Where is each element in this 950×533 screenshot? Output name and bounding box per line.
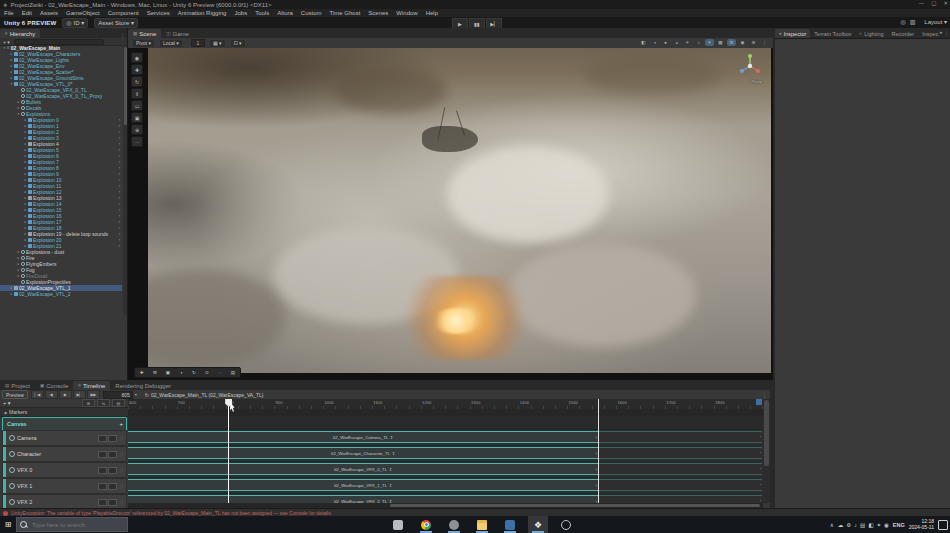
clip-02-warescape-vfx-0-tl[interactable]: 02_WarEscape_VFX_0_TL↧› — [128, 463, 598, 475]
hierarchy-scrollbar-thumb[interactable] — [124, 47, 127, 125]
scene-toggle-9[interactable]: ◉ — [738, 39, 747, 46]
menu-component[interactable]: Component — [108, 10, 139, 16]
minimize-button[interactable]: — — [919, 0, 925, 6]
transport-button-1[interactable]: ◀ — [45, 390, 58, 399]
language-indicator[interactable]: ENG — [893, 522, 905, 528]
scene-toggle-5[interactable]: ♪ — [694, 39, 703, 46]
track-header-vfx-0[interactable]: VFX 0⋮ — [2, 462, 127, 478]
account-dropdown[interactable]: ◎ ID ▾ — [62, 18, 88, 28]
taskbar-app-blender[interactable] — [444, 516, 464, 533]
menu-altura[interactable]: Altura — [277, 10, 293, 16]
scene-float-tool-4[interactable]: ↻ — [188, 369, 200, 376]
tab-console[interactable]: ▣Console — [35, 381, 73, 390]
track-mute-toggle[interactable] — [98, 451, 107, 458]
timeline-head-icon-2[interactable]: ▤ — [112, 399, 125, 407]
frame-dropdown-icon[interactable]: ▾ — [135, 392, 137, 397]
track-lane-vfx-2[interactable]: 02_WarEscape_VFX_2_TL↧›› — [128, 494, 763, 503]
markers-track-header[interactable]: ◈ Markers — [0, 407, 128, 417]
menu-window[interactable]: Window — [396, 10, 417, 16]
asset-store-dropdown[interactable]: Asset Store ▾ — [94, 18, 138, 28]
tab-project[interactable]: ▤Project — [0, 381, 35, 390]
track-kebab-icon[interactable]: ⋮ — [120, 484, 125, 489]
timeline-binding[interactable]: ↻ 02_WarEscape_Main_TL (02_WarEscape_VA_… — [145, 392, 264, 398]
taskbar-app-unity-editor[interactable]: ❖ — [528, 516, 548, 533]
track-lock-toggle[interactable] — [108, 451, 117, 458]
snap-dropdown[interactable]: ⊡ ▾ — [230, 39, 246, 48]
scene-toggle-7[interactable]: ▦ — [716, 39, 725, 46]
scene-tool-1[interactable]: ✚ — [131, 64, 143, 75]
clip-02-warescape-vfx-1-tl[interactable]: 02_WarEscape_VFX_1_TL↧› — [128, 479, 598, 491]
start-button[interactable]: ⊞ — [0, 516, 16, 533]
taskbar-clock[interactable]: 12:18 2024-05-11 — [909, 519, 934, 530]
tray-icon-3[interactable]: ▤ — [860, 522, 865, 528]
menu-services[interactable]: Services — [147, 10, 170, 16]
menu-file[interactable]: File — [4, 10, 14, 16]
timeline-kebab-icon[interactable]: ⋮ — [762, 392, 767, 398]
scene-float-tool-5[interactable]: ⊙ — [201, 369, 213, 376]
gizmo-persp-label[interactable]: Persp — [752, 79, 762, 84]
scene-toggle-4[interactable]: ☀ — [683, 39, 692, 46]
timeline-hscrollbar-thumb[interactable] — [390, 504, 760, 507]
tab-lighting[interactable]: ◐Lighting — [856, 29, 888, 38]
scene-viewport[interactable]: Persp ◉✚↻⇕▭▣⊕⋯ ✚⊞▣◑↻⊙⇔▤ — [128, 48, 773, 380]
scene-toggle-6[interactable]: ✶ — [705, 39, 714, 46]
clip-02-warescape-camera-tl[interactable]: 02_WarEscape_Camera_TL↧› — [128, 431, 598, 443]
menu-edit[interactable]: Edit — [22, 10, 32, 16]
playhead-line[interactable] — [228, 399, 229, 503]
track-kebab-icon[interactable]: ⋮ — [120, 468, 125, 473]
track-mute-toggle[interactable] — [98, 467, 107, 474]
transport-button-2[interactable]: ▶ — [59, 390, 72, 399]
menu-tools[interactable]: Tools — [255, 10, 269, 16]
scene-toggle-1[interactable]: ◑ — [650, 39, 659, 46]
scene-tool-6[interactable]: ⊕ — [131, 124, 143, 135]
menu-animation-rigging[interactable]: Animation Rigging — [178, 10, 227, 16]
hierarchy-search-input[interactable] — [14, 39, 104, 45]
track-lock-toggle[interactable] — [108, 483, 117, 490]
menu-assets[interactable]: Assets — [40, 10, 58, 16]
scene-float-tool-0[interactable]: ✚ — [136, 369, 148, 376]
tab-recorder[interactable]: Recorder — [888, 29, 919, 38]
tray-icon-0[interactable]: ☁ — [838, 522, 844, 528]
canvas-group-lane[interactable] — [128, 416, 763, 430]
track-mute-toggle[interactable] — [98, 483, 107, 490]
timeline-lanes[interactable]: 6007008009001000110012001300140015001600… — [128, 399, 763, 503]
grid-dropdown[interactable]: ▦ ▾ — [209, 39, 226, 48]
frame-field[interactable]: 805 — [103, 391, 133, 399]
scene-tool-2[interactable]: ↻ — [131, 76, 143, 87]
track-header-character[interactable]: Character⋮ — [2, 446, 127, 462]
track-lane-vfx-1[interactable]: 02_WarEscape_VFX_1_TL↧›› — [128, 478, 763, 494]
scene-orientation-gizmo[interactable] — [737, 53, 763, 79]
scene-toggle-3[interactable]: ◕ — [672, 39, 681, 46]
tab-scene[interactable]: ▦Scene — [128, 29, 161, 38]
tab-terrain-toolbox[interactable]: Terrain Toolbox — [810, 29, 855, 38]
track-lock-toggle[interactable] — [108, 467, 117, 474]
track-kebab-icon[interactable]: ⋮ — [120, 500, 125, 505]
hierarchy-item-02-warescape-vtl-2[interactable]: ▸02_WarEscape_VTL_2 — [0, 291, 122, 297]
close-button[interactable]: ✕ — [943, 0, 948, 6]
tray-icon-6[interactable]: ◉ — [884, 522, 889, 528]
tray-icon-1[interactable]: ⚙ — [846, 522, 851, 528]
tab-rendering-debugger[interactable]: Rendering Debugger — [110, 381, 176, 390]
track-mute-toggle[interactable] — [98, 499, 107, 506]
scene-toggle-11[interactable]: ⋮ — [760, 39, 769, 46]
scene-tool-0[interactable]: ◉ — [131, 52, 143, 63]
scene-tool-4[interactable]: ▭ — [131, 100, 143, 111]
layout-dropdown[interactable]: Layout ▾ — [924, 18, 947, 25]
timeline-vscrollbar-thumb[interactable] — [764, 400, 769, 466]
scene-float-tool-7[interactable]: ▤ — [227, 369, 239, 376]
search-input[interactable] — [30, 521, 124, 529]
pivot-dropdown[interactable]: Pivot ▾ — [132, 39, 155, 48]
scene-toggle-2[interactable]: ● — [661, 39, 670, 46]
grid-size-field[interactable]: 1 — [191, 39, 205, 47]
track-header-vfx-1[interactable]: VFX 1⋮ — [2, 478, 127, 494]
hierarchy-add-button[interactable]: + ▾ — [3, 39, 10, 45]
scene-float-tool-2[interactable]: ▣ — [162, 369, 174, 376]
scene-tool-5[interactable]: ▣ — [131, 112, 143, 123]
transport-button-0[interactable]: ▏◀ — [31, 390, 44, 399]
track-lock-toggle[interactable] — [108, 435, 117, 442]
taskbar-app-edge[interactable] — [556, 516, 576, 533]
tray-icon-2[interactable]: ♪ — [854, 522, 857, 528]
transport-button-4[interactable]: ▶▶ — [87, 390, 100, 399]
timeline-head-icon-0[interactable]: ⊞ — [82, 399, 95, 407]
scene-toggle-8[interactable]: ⊞ — [727, 39, 736, 46]
